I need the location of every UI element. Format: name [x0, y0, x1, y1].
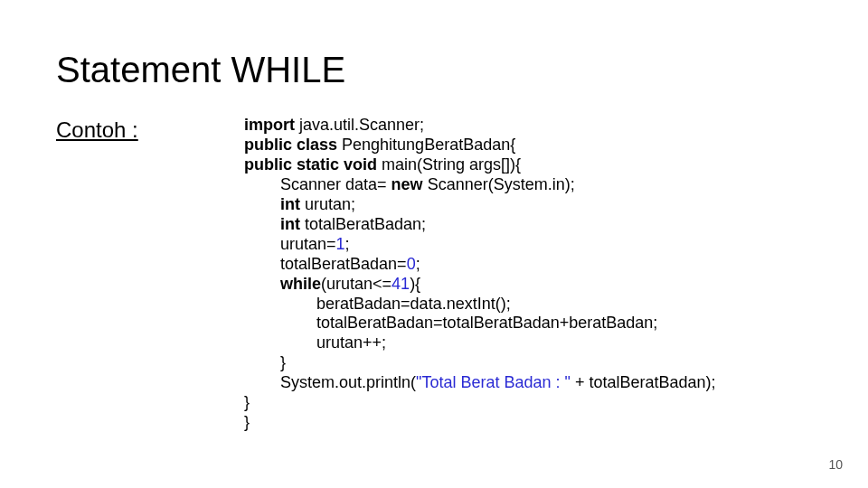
code-text: Scanner(System.in); — [423, 175, 575, 193]
code-text: System.out.println( — [244, 373, 416, 391]
code-text — [244, 215, 280, 233]
code-text: beratBadan=data.nextInt(); — [244, 295, 511, 313]
code-block: import java.util.Scanner; public class P… — [244, 96, 716, 433]
code-text: totalBeratBadan; — [300, 215, 426, 233]
code-keyword: new — [392, 175, 423, 193]
code-number: 41 — [392, 275, 410, 293]
slide: Statement WHILE Contoh : import java.uti… — [0, 0, 868, 488]
code-text — [244, 275, 280, 293]
code-text: totalBeratBadan=totalBeratBadan+beratBad… — [244, 314, 657, 332]
code-text: urutan= — [244, 235, 336, 253]
code-text: ; — [416, 255, 420, 273]
code-keyword: public class — [244, 136, 337, 154]
code-string: "Total Berat Badan : " — [416, 373, 571, 391]
code-text: urutan; — [300, 195, 355, 213]
code-text: Scanner data= — [244, 175, 392, 193]
page-number: 10 — [828, 457, 843, 472]
code-text: ; — [345, 235, 350, 253]
code-number: 1 — [336, 235, 345, 253]
code-text: } — [244, 353, 286, 371]
code-text: } — [244, 413, 250, 431]
code-keyword: int — [280, 195, 300, 213]
code-number: 0 — [407, 255, 416, 273]
code-text: (urutan<= — [321, 275, 392, 293]
code-text: totalBeratBadan= — [244, 255, 407, 273]
example-label: Contoh : — [56, 117, 138, 143]
code-text: java.util.Scanner; — [295, 116, 424, 134]
code-keyword: public static void — [244, 155, 377, 174]
code-text: urutan++; — [244, 333, 386, 352]
code-keyword: while — [280, 275, 321, 293]
code-keyword: int — [280, 215, 300, 233]
code-text — [244, 195, 280, 213]
code-text: + totalBeratBadan); — [571, 373, 716, 391]
page-title: Statement WHILE — [56, 50, 345, 90]
code-text: ){ — [410, 275, 420, 293]
code-text: main(String args[]){ — [377, 155, 521, 174]
code-text: } — [244, 393, 250, 411]
code-text: PenghitungBeratBadan{ — [337, 136, 515, 154]
code-keyword: import — [244, 116, 295, 134]
